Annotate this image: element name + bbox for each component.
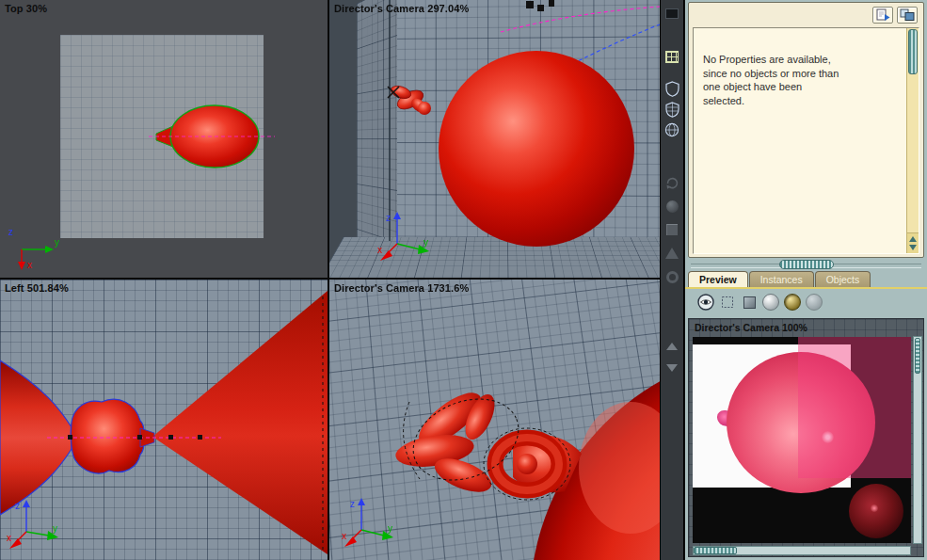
tab-objects[interactable]: Objects — [815, 271, 871, 287]
svg-text:x: x — [377, 245, 382, 255]
svg-text:y: y — [53, 523, 57, 534]
svg-text:y: y — [388, 523, 392, 534]
scroll-down-icon[interactable] — [663, 360, 681, 376]
preview-viewport[interactable]: Director's Camera 100% — [688, 318, 924, 557]
scrollbar-track[interactable] — [907, 75, 919, 232]
axis-indicator: z y x — [6, 498, 64, 552]
pyramid-tool-icon[interactable] — [663, 245, 681, 262]
svg-text:z: z — [386, 213, 391, 223]
viewport-top-label: Top 30% — [5, 3, 47, 14]
display-monitor-icon[interactable] — [663, 5, 681, 22]
gold-sphere-mode-icon[interactable] — [784, 294, 801, 311]
rotate-tool-icon[interactable] — [663, 174, 681, 191]
scroll-up-icon[interactable] — [663, 338, 681, 355]
svg-text:y: y — [424, 237, 428, 248]
properties-body: No Properties are available, since no ob… — [693, 27, 919, 254]
scroll-down-arrow-icon[interactable] — [909, 245, 917, 250]
preview-hscrollbar[interactable] — [693, 546, 911, 555]
properties-header — [693, 6, 919, 27]
tab-instances[interactable]: Instances — [749, 271, 814, 287]
splitter-grip-icon — [779, 260, 834, 269]
properties-box: No Properties are available, since no ob… — [688, 2, 924, 258]
shield-outline-icon[interactable] — [663, 80, 681, 97]
viewport-camera-main-label: Director's Camera 297.04% — [334, 3, 469, 14]
properties-scrollbar[interactable] — [906, 28, 919, 253]
viewport-quad: Top 30% z y x — [0, 0, 660, 560]
axis-indicator: z y x — [376, 210, 435, 264]
svg-text:z: z — [8, 227, 13, 237]
preview-mode-toolbar — [685, 289, 927, 315]
viewport-camera-main[interactable]: Director's Camera 297.04% — [329, 0, 660, 278]
panel-tabs: Preview Instances Objects — [685, 272, 927, 289]
wireframe-mode-icon[interactable] — [719, 294, 736, 311]
new-item-icon[interactable] — [872, 7, 893, 24]
ring-tool-icon[interactable] — [663, 268, 681, 285]
svg-text:y: y — [55, 237, 59, 248]
viewport-left-label: Left 501.84% — [5, 282, 69, 294]
svg-text:x: x — [27, 260, 32, 270]
tab-preview[interactable]: Preview — [688, 271, 748, 287]
panel-layout-icon[interactable] — [897, 7, 918, 24]
render-corner-sphere — [849, 484, 903, 538]
hscroll-thumb[interactable] — [694, 547, 737, 554]
sphere-tool-icon[interactable] — [663, 198, 681, 215]
viewport-left[interactable]: Left 501.84% — [0, 280, 328, 560]
scroll-up-arrow-icon[interactable] — [909, 236, 917, 242]
panel-splitter[interactable] — [685, 258, 927, 272]
camera-eye-icon[interactable] — [697, 294, 714, 311]
properties-panel: No Properties are available, since no ob… — [684, 0, 927, 560]
scrollbar-arrows[interactable] — [907, 232, 919, 253]
render-overlay-plane — [798, 337, 911, 478]
application-window: Top 30% z y x — [0, 0, 927, 560]
svg-text:z: z — [15, 501, 20, 511]
gray-sphere-mode-icon[interactable] — [806, 294, 823, 311]
viewport-camera-detail[interactable]: Director's Camera 1731.6% — [329, 280, 660, 560]
scrollbar-thumb[interactable] — [908, 29, 918, 74]
tool-strip — [660, 0, 684, 560]
axis-indicator: z y x — [6, 223, 62, 272]
svg-text:x: x — [342, 531, 346, 541]
preview-vscrollbar[interactable] — [913, 336, 922, 544]
svg-text:x: x — [7, 533, 11, 543]
shield-mesh-icon[interactable] — [663, 101, 681, 118]
render-image — [693, 337, 911, 543]
viewport-camera-detail-label: Director's Camera 1731.6% — [334, 282, 469, 294]
white-sphere-mode-icon[interactable] — [762, 294, 779, 311]
globe-icon[interactable] — [663, 121, 681, 138]
svg-text:z: z — [350, 499, 355, 509]
preview-camera-label: Director's Camera 100% — [695, 322, 807, 333]
axis-indicator: z y x — [341, 496, 399, 551]
box-mode-icon[interactable] — [741, 294, 758, 311]
vscroll-thumb[interactable] — [915, 338, 920, 374]
viewport-top[interactable]: Top 30% z y x — [0, 0, 328, 278]
cube-tool-icon[interactable] — [663, 221, 681, 238]
specular-highlight — [871, 504, 878, 512]
properties-message: No Properties are available, since no ob… — [694, 28, 852, 253]
grid-display-icon[interactable] — [663, 48, 681, 65]
